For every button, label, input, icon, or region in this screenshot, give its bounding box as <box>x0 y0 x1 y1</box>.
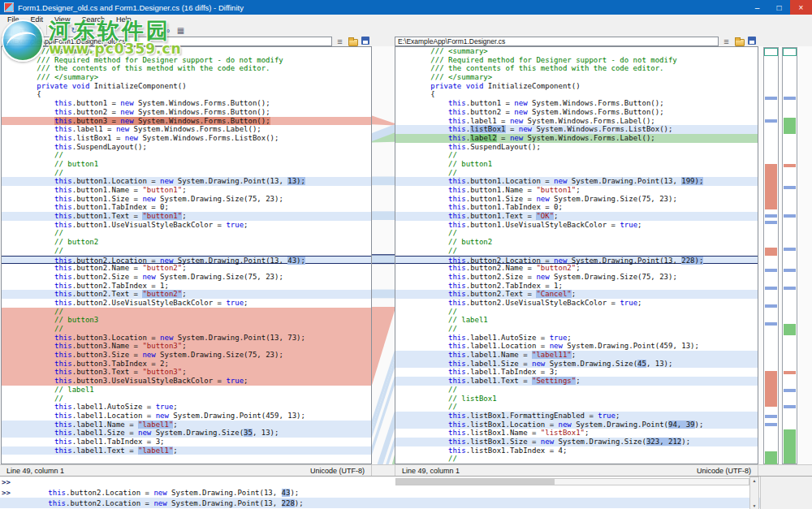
right-save-file-button[interactable] <box>746 36 758 46</box>
options-icon[interactable]: ▤ <box>31 25 43 36</box>
code-line: this.button1.Size = new System.Drawing.S… <box>2 195 371 204</box>
scrollbar-thumb[interactable] <box>396 479 555 485</box>
code-line: this.button1 = new System.Windows.Forms.… <box>2 99 371 108</box>
code-line: private void InitializeComponent() <box>2 82 371 91</box>
recompare-icon[interactable]: ↻ <box>68 25 80 36</box>
diff-prompt: >> <box>0 489 13 497</box>
menu-item-view[interactable]: View <box>49 15 76 24</box>
code-line: /// <summary> <box>2 47 371 56</box>
scroll-down-icon[interactable]: ▼ <box>753 503 757 508</box>
code-line: this.listBox1 = new System.Windows.Forms… <box>2 134 371 143</box>
code-line: // button1 <box>395 160 758 169</box>
swap-files-icon[interactable]: ⇄ <box>17 25 29 36</box>
code-line: this.button3.Size = new System.Drawing.S… <box>2 351 371 360</box>
diff-view: /// <summary> /// Required method for De… <box>0 46 812 464</box>
right-view-options-button[interactable] <box>720 36 732 46</box>
code-line: this.button1.TabIndex = 0; <box>2 203 371 212</box>
minimize-button[interactable]: – <box>746 0 768 15</box>
code-line: this.listBox1.TabIndex = 4; <box>395 446 758 455</box>
left-browse-folder-button[interactable] <box>347 36 359 46</box>
diff-detail-panel: >>>> this.button2.Location = new System.… <box>0 476 812 509</box>
close-button[interactable]: × <box>790 0 812 15</box>
code-line: this.label1.Size = new System.Drawing.Si… <box>395 360 758 369</box>
left-view-options-button[interactable] <box>334 36 346 46</box>
menu-item-edit[interactable]: Edit <box>25 15 50 24</box>
code-line: // label1 <box>395 316 758 325</box>
diff-detail-row: this.button2.Location = new System.Drawi… <box>0 498 812 508</box>
left-path-group <box>0 36 372 46</box>
menu-item-search[interactable]: Search <box>76 15 110 24</box>
right-status-bar: Line 49, column 1 Unicode (UTF-8) <box>395 465 758 477</box>
code-line: // button2 <box>2 238 371 247</box>
right-code-pane[interactable]: /// <summary> /// Required method for De… <box>395 46 758 464</box>
code-line: this.button2.TabIndex = 1; <box>2 282 371 291</box>
code-line: this.label1.TabIndex = 3; <box>395 368 758 377</box>
scroll-up-icon[interactable]: ▲ <box>753 478 757 483</box>
next-diff-icon[interactable]: ↓ <box>82 25 94 36</box>
left-file-path-input[interactable] <box>2 37 332 46</box>
grid-view-icon[interactable]: ▦ <box>175 25 187 36</box>
toolbar: ▣⇄▤↺↻↓↑←→✎∞▦ <box>0 24 812 36</box>
link-scrolling-icon[interactable]: ∞ <box>161 25 173 36</box>
code-line: this.listBox1.Name = "listBox1"; <box>395 429 758 438</box>
left-save-file-button[interactable] <box>360 36 372 46</box>
code-line: { <box>395 90 758 99</box>
code-line: this.label1.Name = "label11"; <box>395 351 758 360</box>
code-line: this.listBox1 = new System.Windows.Forms… <box>395 125 758 134</box>
code-line: this.label1.Location = new System.Drawin… <box>2 412 371 421</box>
viewport-indicator <box>783 48 797 56</box>
right-file-path-input[interactable] <box>395 37 719 46</box>
left-overview-map[interactable] <box>763 47 779 464</box>
code-line: this.button2.UseVisualStyleBackColor = t… <box>2 299 371 308</box>
code-line: /// the contents of this method with the… <box>395 64 758 73</box>
code-line: // button3 <box>2 316 371 325</box>
menu-item-file[interactable]: File <box>2 15 25 24</box>
edit-file-icon[interactable]: ✎ <box>147 25 159 36</box>
encoding-label: Unicode (UTF-8) <box>310 467 365 475</box>
diff-mark <box>765 415 777 418</box>
diff-mark <box>784 371 796 374</box>
diff-mark <box>765 119 777 123</box>
code-line: private void InitializeComponent() <box>395 82 758 91</box>
copy-diff-to-right-icon[interactable]: → <box>133 25 145 36</box>
right-path-group <box>395 36 758 46</box>
code-line: // <box>2 308 371 317</box>
code-line: this.listBox1.Location = new System.Draw… <box>395 421 758 429</box>
right-browse-folder-button[interactable] <box>733 36 745 46</box>
diff-mark <box>784 287 796 290</box>
refresh-compare-icon[interactable]: ↺ <box>54 25 67 36</box>
diff-mark <box>765 214 777 218</box>
code-line: /// the contents of this method with the… <box>2 64 371 73</box>
code-line: this.button2.UseVisualStyleBackColor = t… <box>395 299 758 308</box>
code-line: // button1 <box>2 160 371 169</box>
code-line: this.label2 = new System.Windows.Forms.L… <box>395 134 758 143</box>
copy-diff-to-left-icon[interactable]: ← <box>119 25 132 36</box>
diff-mark <box>765 371 777 407</box>
cursor-position: Line 49, column 1 <box>402 467 460 475</box>
horizontal-scrollbar[interactable] <box>395 478 749 485</box>
diff-mark <box>784 269 796 272</box>
prev-diff-icon[interactable]: ↑ <box>96 25 108 36</box>
code-line: // label1 <box>2 386 371 395</box>
detail-panel-scrollbar[interactable]: ▲ ▼ <box>749 477 759 509</box>
diff-mark <box>784 214 796 218</box>
code-line: this.button2.Size = new System.Drawing.S… <box>395 273 758 282</box>
window-title: Form1.Designer_old.cs and Form1.Designer… <box>18 3 244 12</box>
code-line: // <box>395 455 758 464</box>
code-line: this.button1.Size = new System.Drawing.S… <box>395 195 758 204</box>
compare-files-icon[interactable]: ▣ <box>3 25 15 36</box>
code-line: this.button1.Location = new System.Drawi… <box>395 177 758 186</box>
left-code-pane[interactable]: /// <summary> /// Required method for De… <box>1 46 372 464</box>
diff-mark <box>784 248 796 251</box>
code-line: this.button2.Name = "button2"; <box>395 264 758 273</box>
code-line: this.button1.Name = "button1"; <box>2 186 371 195</box>
maximize-button[interactable]: □ <box>768 0 790 15</box>
right-overview-map[interactable] <box>782 47 797 464</box>
code-line: this.button1.Location = new System.Drawi… <box>2 177 371 186</box>
code-line: this.label1.Size = new System.Drawing.Si… <box>2 429 371 438</box>
menu-item-help[interactable]: Help <box>110 15 137 24</box>
code-line: this.button2 = new System.Windows.Forms.… <box>395 108 758 117</box>
code-line: { <box>2 90 371 99</box>
code-line: /// Required method for Designer support… <box>395 56 758 65</box>
encoding-label: Unicode (UTF-8) <box>697 467 751 475</box>
